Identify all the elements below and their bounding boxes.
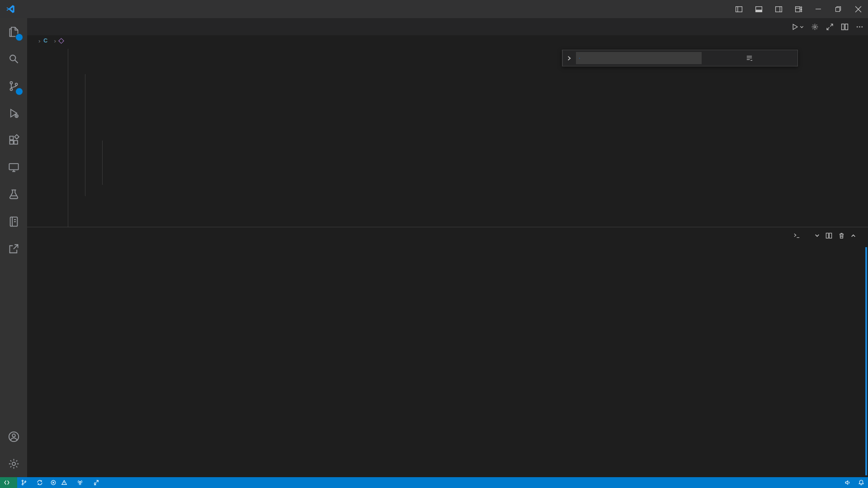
git-sync-icon[interactable] xyxy=(33,477,47,488)
c-file-icon: C xyxy=(43,38,47,44)
remote-indicator[interactable] xyxy=(0,477,17,488)
forwarded-ports-item[interactable] xyxy=(73,477,89,488)
run-settings-gear-icon[interactable] xyxy=(811,23,819,31)
restore-button[interactable] xyxy=(828,0,848,18)
close-window-button[interactable] xyxy=(848,0,868,18)
code-editor[interactable] xyxy=(27,46,868,227)
git-branch-item[interactable] xyxy=(17,477,33,488)
feedback-icon[interactable] xyxy=(841,479,854,486)
explorer-badge xyxy=(15,33,23,41)
window-controls xyxy=(729,0,868,18)
maximize-panel-chevron-icon[interactable] xyxy=(851,233,856,238)
sidebar-item-remote-explorer[interactable] xyxy=(0,154,27,181)
open-changes-icon[interactable] xyxy=(826,23,834,31)
sidebar-item-live-share[interactable] xyxy=(0,235,27,262)
live-share-item[interactable] xyxy=(89,477,105,488)
bottom-panel xyxy=(27,227,868,477)
kill-terminal-trash-icon[interactable] xyxy=(838,232,845,239)
terminal-output[interactable] xyxy=(27,247,863,475)
overview-ruler xyxy=(861,46,868,227)
vscode-logo-icon xyxy=(0,4,21,14)
activity-bar xyxy=(0,18,27,477)
panel-actions xyxy=(793,227,862,244)
source-control-badge xyxy=(15,88,23,95)
find-widget xyxy=(562,50,798,66)
find-input[interactable] xyxy=(576,52,702,64)
customize-layout-icon[interactable] xyxy=(788,0,808,18)
toggle-secondary-sidebar-icon[interactable] xyxy=(769,0,788,18)
minimize-button[interactable] xyxy=(808,0,828,18)
split-terminal-icon[interactable] xyxy=(826,232,832,239)
problems-item[interactable] xyxy=(47,477,73,488)
sidebar-item-extensions[interactable] xyxy=(0,127,27,154)
minimap[interactable] xyxy=(806,46,842,227)
title-bar xyxy=(0,0,868,18)
run-file-button[interactable] xyxy=(791,23,804,31)
panel-tab-bar xyxy=(27,227,868,244)
sidebar-item-notebook[interactable] xyxy=(0,208,27,235)
terminal-scrollbar[interactable] xyxy=(865,247,867,475)
accounts-icon[interactable] xyxy=(0,423,27,450)
breadcrumb: › C › xyxy=(27,35,868,46)
sidebar-item-testing[interactable] xyxy=(0,181,27,208)
toggle-panel-icon[interactable] xyxy=(749,0,769,18)
find-query-text xyxy=(579,58,580,59)
terminal-shell-select[interactable] xyxy=(793,232,803,239)
find-in-selection-icon[interactable] xyxy=(746,55,753,61)
find-expand-chevron-icon[interactable] xyxy=(566,56,572,61)
sidebar-item-run-debug[interactable] xyxy=(0,99,27,127)
editor-actions xyxy=(791,18,863,35)
split-editor-icon[interactable] xyxy=(841,23,849,31)
symbol-method-icon xyxy=(58,38,64,44)
notifications-bell-icon[interactable] xyxy=(854,479,868,486)
more-actions-icon[interactable] xyxy=(856,23,863,31)
status-bar xyxy=(0,477,868,488)
sidebar-item-explorer[interactable] xyxy=(0,18,27,45)
sidebar-item-source-control[interactable] xyxy=(0,72,27,99)
editor-tab-bar xyxy=(27,18,868,35)
sidebar-item-search[interactable] xyxy=(0,45,27,72)
settings-gear-icon[interactable] xyxy=(0,450,27,477)
terminal-dropdown-chevron-icon[interactable] xyxy=(815,233,820,238)
toggle-primary-sidebar-icon[interactable] xyxy=(729,0,749,18)
